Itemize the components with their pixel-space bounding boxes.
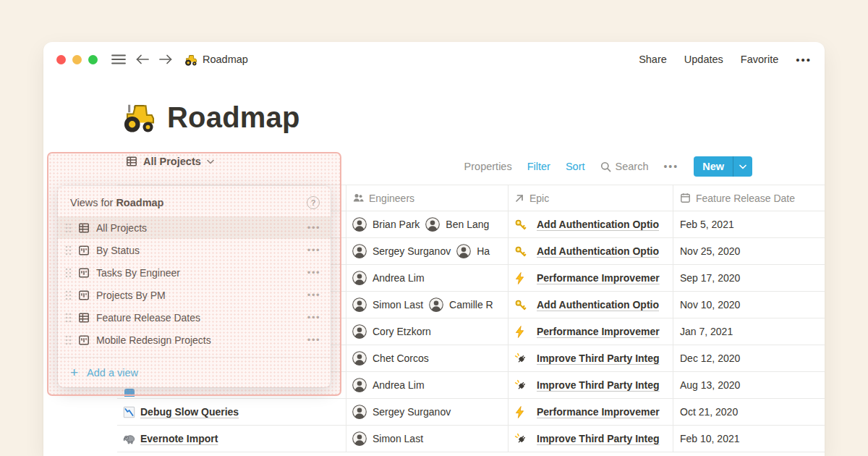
page-title: Roadmap (121, 100, 300, 135)
view-item-more-icon[interactable]: ••• (307, 268, 320, 277)
properties-button[interactable]: Properties (464, 161, 512, 172)
updates-button[interactable]: Updates (684, 54, 723, 65)
view-item-label: Tasks By Engineer (96, 267, 180, 279)
engineers-cell[interactable]: Chet Corcos (346, 345, 508, 371)
release-date-cell[interactable]: Dec 12, 2020 (673, 345, 825, 371)
epic-cell[interactable]: Performance Improvemer (508, 399, 673, 425)
epic-cell[interactable]: Improve Third Party Integ (508, 372, 673, 398)
sidebar-menu-icon[interactable] (111, 54, 126, 65)
view-item-projects-by-pm[interactable]: Projects By PM••• (58, 284, 331, 306)
plug-icon (514, 379, 527, 392)
view-item-mobile-redesign-projects[interactable]: Mobile Redesign Projects••• (58, 329, 331, 351)
add-view-button[interactable]: + Add a view (58, 358, 331, 387)
breadcrumb[interactable]: Roadmap (184, 53, 248, 67)
favorite-button[interactable]: Favorite (741, 54, 778, 65)
column-header-epic[interactable]: Epic (508, 185, 673, 211)
epic-link[interactable]: Add Authentication Optio (537, 245, 659, 257)
help-icon[interactable]: ? (307, 196, 320, 209)
view-item-label: By Status (96, 245, 140, 256)
view-item-more-icon[interactable]: ••• (307, 313, 320, 322)
drag-handle-icon (65, 223, 72, 233)
view-item-more-icon[interactable]: ••• (307, 245, 320, 255)
release-date-cell[interactable]: Nov 10, 2020 (673, 292, 825, 318)
engineers-cell[interactable]: Andrea Lim (346, 372, 508, 398)
table-icon (78, 222, 90, 234)
epic-cell[interactable]: Add Authentication Optio (508, 238, 673, 264)
close-window-button[interactable] (56, 55, 66, 64)
drag-handle-icon (65, 268, 72, 278)
epic-link[interactable]: Improve Third Party Integ (537, 433, 660, 444)
sort-button[interactable]: Sort (566, 161, 585, 172)
view-item-label: Mobile Redesign Projects (96, 334, 211, 346)
view-item-all-projects[interactable]: All Projects••• (58, 216, 331, 239)
new-button[interactable]: New (694, 156, 752, 177)
engineer-name: Simon Last (373, 299, 423, 311)
engineers-cell[interactable]: Sergey Surganov (346, 399, 508, 425)
engineers-cell[interactable]: Simon LastCamille R (346, 292, 508, 318)
lightning-icon (514, 326, 527, 338)
epic-cell[interactable]: Performance Improvemer (508, 265, 673, 291)
view-switcher-label: All Projects (143, 156, 201, 167)
release-date-cell[interactable]: Jan 7, 2021 (673, 318, 825, 345)
release-date-cell[interactable]: Feb 10, 2021 (673, 426, 825, 452)
more-options-icon[interactable]: ••• (796, 54, 812, 65)
engineers-cell[interactable]: Brian ParkBen Lang (346, 211, 508, 237)
epic-cell[interactable]: Add Authentication Optio (508, 211, 673, 237)
forward-arrow-icon[interactable] (159, 54, 172, 64)
engineers-cell[interactable]: Andrea Lim (346, 265, 508, 291)
board-icon (78, 245, 90, 256)
release-date-cell[interactable]: Oct 21, 2020 (673, 399, 825, 425)
name-cell[interactable]: Evernote Import (117, 426, 346, 452)
epic-cell[interactable]: Performance Improvemer (508, 318, 673, 345)
view-switcher-button[interactable]: All Projects (126, 156, 214, 167)
name-cell[interactable]: Debug Slow Queries (117, 399, 346, 425)
view-item-more-icon[interactable]: ••• (307, 290, 320, 300)
view-item-feature-release-dates[interactable]: Feature Release Dates••• (58, 306, 331, 329)
column-header-label: Feature Release Date (696, 193, 795, 204)
release-date-cell[interactable]: Sep 17, 2020 (673, 265, 825, 291)
engineer-name: Sergey Surganov (373, 245, 451, 257)
plug-icon (514, 433, 527, 445)
epic-cell[interactable]: Improve Third Party Integ (508, 426, 673, 452)
epic-link[interactable]: Improve Third Party Integ (537, 379, 660, 391)
lightning-icon (514, 406, 527, 418)
avatar-icon (352, 297, 367, 312)
column-header-engineers[interactable]: Engineers (346, 185, 508, 211)
share-button[interactable]: Share (639, 54, 667, 65)
breadcrumb-title: Roadmap (203, 54, 248, 65)
view-item-tasks-by-engineer[interactable]: Tasks By Engineer••• (58, 261, 331, 284)
engineer-name: Sergey Surganov (373, 406, 451, 418)
release-date-cell[interactable]: Aug 13, 2020 (673, 372, 825, 398)
release-date-cell[interactable]: Feb 5, 2021 (673, 211, 825, 237)
back-arrow-icon[interactable] (136, 54, 149, 64)
search-button[interactable]: Search (600, 161, 649, 172)
engineer-name: Simon Last (373, 433, 423, 444)
epic-link[interactable]: Add Authentication Optio (537, 219, 659, 230)
engineers-cell[interactable]: Cory Etzkorn (346, 318, 508, 345)
epic-link[interactable]: Improve Third Party Integ (537, 352, 660, 364)
views-dropdown-panel: Views for Roadmap ? All Projects•••By St… (58, 186, 331, 387)
filter-button[interactable]: Filter (527, 161, 550, 172)
epic-cell[interactable]: Add Authentication Optio (508, 292, 673, 318)
view-item-more-icon[interactable]: ••• (307, 335, 320, 345)
epic-link[interactable]: Performance Improvemer (537, 272, 660, 284)
column-header-feature-release-date[interactable]: Feature Release Date (673, 185, 825, 211)
release-date-cell[interactable]: Nov 25, 2020 (673, 238, 825, 264)
new-button-chevron[interactable] (733, 156, 752, 177)
epic-link[interactable]: Performance Improvemer (537, 406, 660, 418)
minimize-window-button[interactable] (72, 55, 82, 64)
epic-link[interactable]: Add Authentication Optio (537, 299, 659, 311)
key-icon (514, 219, 527, 231)
engineer-name: Ben Lang (446, 219, 489, 230)
search-label: Search (616, 161, 649, 172)
avatar-icon (352, 271, 367, 285)
engineers-cell[interactable]: Sergey SurganovHa (346, 238, 508, 264)
view-item-more-icon[interactable]: ••• (307, 223, 320, 232)
epic-cell[interactable]: Improve Third Party Integ (508, 345, 673, 371)
view-item-by-status[interactable]: By Status••• (58, 239, 331, 261)
toolbar-more-icon[interactable]: ••• (663, 161, 678, 172)
zoom-window-button[interactable] (88, 55, 98, 64)
epic-link[interactable]: Performance Improvemer (537, 326, 660, 337)
engineers-cell[interactable]: Simon Last (346, 426, 508, 452)
engineer-name: Cory Etzkorn (373, 326, 431, 337)
